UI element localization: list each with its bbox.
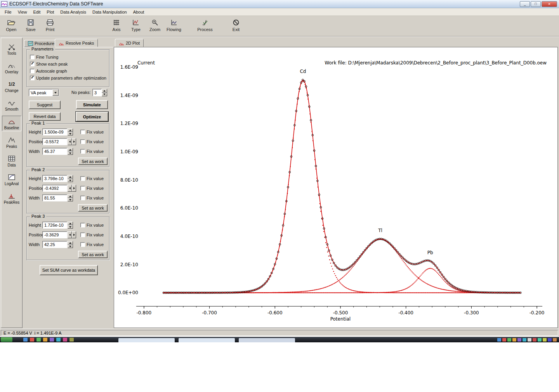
sidebar-item-overlay[interactable]: Overlay <box>2 60 21 75</box>
peak1-height-spinner[interactable] <box>68 128 73 135</box>
maximize-button[interactable]: □ <box>531 1 541 7</box>
peak1-width-spinner[interactable] <box>68 148 73 155</box>
peak3-height-input[interactable]: 1.726e-10 <box>42 222 67 229</box>
simulate-button[interactable]: Simulate <box>76 100 108 109</box>
peaks-icon <box>8 135 16 144</box>
peak2-position-input[interactable]: -0.4392 <box>42 185 67 192</box>
sidebar-item-peaks[interactable]: Peaks <box>2 134 21 150</box>
peak2-width-input[interactable]: 81.55 <box>42 194 67 201</box>
sidebar-label: Overlay <box>5 70 18 74</box>
fix-value-label: Fix value <box>87 139 104 144</box>
peak1-set-as-work-button[interactable]: Set as work <box>78 158 108 165</box>
resolve-peaks-icon <box>59 41 64 45</box>
status-text: E = -0.55854 V i = 1.491E-9 A <box>1 330 558 336</box>
peak3-width-fix-checkbox[interactable] <box>80 242 85 247</box>
close-button[interactable]: × <box>542 1 557 7</box>
peak2-width-fix-checkbox[interactable] <box>80 196 85 200</box>
set-sum-curve-button[interactable]: Set SUM curve as workdata <box>40 265 98 275</box>
peak1-width-fix-checkbox[interactable] <box>80 149 85 154</box>
start-button[interactable] <box>1 337 12 342</box>
spin-up-icon[interactable] <box>102 89 107 93</box>
peak3-width-spinner[interactable] <box>68 241 73 248</box>
taskbar-window-buttons[interactable] <box>118 337 295 342</box>
print-button[interactable]: Print <box>42 17 58 35</box>
peak2-position-spinner[interactable] <box>68 185 76 192</box>
peak2-set-as-work-button[interactable]: Set as work <box>78 204 108 212</box>
show-each-peak-checkbox[interactable] <box>30 62 35 66</box>
type-button[interactable]: Type <box>128 17 144 35</box>
flowing-button[interactable]: Flowing <box>165 17 183 35</box>
peak2-position-fix-checkbox[interactable] <box>80 186 85 191</box>
minimize-button[interactable]: _ <box>520 1 530 7</box>
menu-view[interactable]: View <box>15 9 30 16</box>
process-button[interactable]: Process <box>196 17 214 35</box>
tab-procedure[interactable]: Procedure <box>24 40 58 47</box>
autoscale-graph-checkbox[interactable] <box>30 69 35 73</box>
peak3-position-spinner[interactable] <box>68 231 76 238</box>
peak1-height-input[interactable]: 1.500e-09 <box>42 128 67 135</box>
menu-file[interactable]: File <box>2 9 15 16</box>
no-peaks-spinner[interactable] <box>102 89 107 96</box>
title-bar: ECDSOFT-ElectroChemistry Data SOFTware _… <box>0 0 559 8</box>
peak1-position-input[interactable]: -0.5572 <box>42 138 67 145</box>
revert-data-button[interactable]: Revert data <box>29 112 61 121</box>
fix-value-label: Fix value <box>87 176 104 181</box>
peak1-position-spinner[interactable] <box>68 138 76 145</box>
peak2-height-input[interactable]: 3.798e-10 <box>42 175 67 182</box>
position-label: Position <box>29 139 44 144</box>
tab-2d-plot[interactable]: 2D Plot <box>115 39 144 47</box>
sidebar-item-baseline[interactable]: Baseline <box>2 116 21 131</box>
spin-down-icon[interactable] <box>102 93 107 97</box>
tool-label: Zoom <box>149 27 160 32</box>
peak1-position-fix-checkbox[interactable] <box>80 139 85 144</box>
checkbox-label: Show each peak <box>36 62 68 66</box>
peak3-height-spinner[interactable] <box>68 222 73 229</box>
peak2-height-fix-checkbox[interactable] <box>80 176 85 181</box>
sidebar-item-tools[interactable]: Tools <box>2 41 21 57</box>
menu-edit[interactable]: Edit <box>30 9 43 16</box>
svg-text:1.4E-09: 1.4E-09 <box>120 93 138 98</box>
tool-label: Print <box>46 27 55 32</box>
update-parameters-checkbox[interactable] <box>30 76 35 80</box>
taskbar-quicklaunch-icons[interactable] <box>23 338 74 342</box>
peak1-width-input[interactable]: 45.37 <box>42 148 67 155</box>
zoom-button[interactable]: Zoom <box>147 17 163 35</box>
height-label: Height <box>29 130 41 134</box>
menu-data-manipulation[interactable]: Data Manipulation <box>89 9 130 16</box>
sidebar-item-data[interactable]: Data <box>2 153 21 168</box>
peak3-height-fix-checkbox[interactable] <box>80 223 85 227</box>
sidebar-item-smooth[interactable]: Smooth <box>2 97 21 113</box>
tool-label: Flowing <box>167 27 181 32</box>
fine-tuning-checkbox[interactable] <box>30 55 35 59</box>
peak3-width-input[interactable]: 42.25 <box>42 241 67 248</box>
dropdown-arrow-icon[interactable] <box>52 89 59 96</box>
menu-plot[interactable]: Plot <box>43 9 57 16</box>
axis-grid-icon <box>113 17 120 27</box>
menu-about[interactable]: About <box>130 9 148 16</box>
sidebar-item-peakres[interactable]: PeakRes <box>2 190 21 206</box>
svg-text:Work file: D:\Mjerenja\Madarsk: Work file: D:\Mjerenja\Madarska\2009\Deb… <box>325 60 547 66</box>
peak2-width-spinner[interactable] <box>68 194 73 201</box>
suggest-button[interactable]: Suggest <box>29 101 61 109</box>
peak2-height-spinner[interactable] <box>68 175 73 182</box>
peak3-position-input[interactable]: -0.3629 <box>42 231 67 238</box>
sidebar-item-loganal[interactable]: LogAnal <box>2 172 21 187</box>
menu-data-analysis[interactable]: Data Analysis <box>57 9 89 16</box>
optimize-button[interactable]: Optimize <box>76 112 108 121</box>
open-button[interactable]: Open <box>3 17 19 35</box>
no-peaks-input[interactable]: 3 <box>92 89 102 96</box>
peak-resolution-chart[interactable]: -0.800-0.700-0.600-0.500-0.400-0.300-0.2… <box>114 47 557 328</box>
windows-taskbar[interactable] <box>0 337 559 342</box>
tab-resolve-peaks[interactable]: Resolve Peaks <box>55 39 98 47</box>
save-button[interactable]: Save <box>23 17 39 35</box>
peak3-position-fix-checkbox[interactable] <box>80 232 85 237</box>
peak-type-dropdown[interactable]: VA peak <box>29 89 59 96</box>
peak3-set-as-work-button[interactable]: Set as work <box>78 251 108 258</box>
axis-button[interactable]: Axis <box>108 17 125 35</box>
taskbar-tray-icons[interactable] <box>497 338 557 342</box>
exit-button[interactable]: Exit <box>228 17 244 35</box>
peak1-height-fix-checkbox[interactable] <box>80 130 85 134</box>
sidebar-item-half-change[interactable]: 1/2 Change <box>2 78 21 94</box>
chart-panel[interactable]: -0.800-0.700-0.600-0.500-0.400-0.300-0.2… <box>114 47 558 328</box>
svg-text:Tl: Tl <box>378 228 382 233</box>
